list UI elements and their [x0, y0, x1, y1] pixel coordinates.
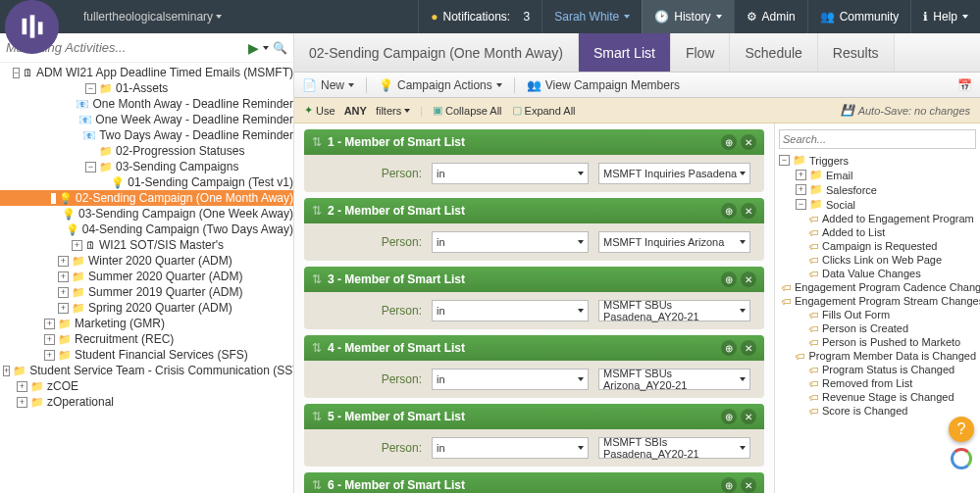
filter-header[interactable]: ⇅2 - Member of Smart List⊕✕ — [304, 198, 764, 223]
tree-toggle[interactable]: − — [796, 199, 806, 210]
history-menu[interactable]: 🕑 History — [642, 0, 733, 33]
tree-toggle[interactable]: + — [17, 381, 27, 392]
view-members-button[interactable]: 👥 View Campaign Members — [527, 78, 680, 92]
trigger-item[interactable]: 🏷Program Status is Changed — [779, 363, 976, 376]
triggers-root[interactable]: −📁Triggers — [779, 153, 976, 168]
tree-item[interactable]: +📁Summer 2020 Quarter (ADM) — [0, 269, 293, 284]
value-select[interactable]: MSMFT SBIs Pasadena_AY20-21 — [598, 437, 750, 459]
remove-filter-icon[interactable]: ✕ — [741, 477, 756, 493]
tree-item[interactable]: −📁03-Sending Campaigns — [0, 159, 293, 174]
drag-icon[interactable]: ⇅ — [312, 341, 322, 355]
help-menu[interactable]: ℹ Help — [910, 0, 980, 33]
trigger-item[interactable]: 🏷Person is Pushed to Marketo — [779, 335, 976, 349]
trigger-item[interactable]: 🏷Campaign is Requested — [779, 239, 976, 253]
drag-icon[interactable]: ⇅ — [312, 135, 322, 149]
trigger-item[interactable]: 🏷Program Member Data is Changed — [779, 349, 976, 363]
tree-toggle[interactable]: + — [17, 397, 27, 408]
tree-toggle[interactable]: + — [44, 319, 55, 329]
search-icon[interactable]: 🔍 — [273, 41, 287, 55]
tree-item[interactable]: +📁zCOE — [0, 378, 293, 394]
help-badge[interactable]: ? — [949, 417, 974, 442]
calendar-icon[interactable]: 📅 — [957, 78, 972, 92]
trigger-group[interactable]: −📁Social — [779, 197, 976, 212]
tree-item[interactable]: +📁Student Service Team - Crisis Communic… — [0, 363, 293, 378]
remove-filter-icon[interactable]: ✕ — [741, 271, 756, 287]
expand-all[interactable]: ▢ Expand All — [512, 104, 576, 117]
tree-item[interactable]: 💡04-Sending Campaign (Two Days Away) — [0, 222, 293, 237]
trigger-item[interactable]: 🏷Engagement Program Stream Changes — [779, 294, 976, 308]
tree-item[interactable]: 📧One Month Away - Deadline Reminder — [0, 96, 293, 112]
operator-select[interactable]: in — [432, 300, 589, 321]
tree-item[interactable]: 📧Two Days Away - Deadline Reminder — [0, 127, 293, 143]
tree-toggle[interactable]: + — [72, 240, 82, 251]
tree-item[interactable]: 📁02-Progression Statuses — [0, 143, 293, 159]
tree-item[interactable]: +📁zOperational — [0, 394, 293, 410]
trigger-group[interactable]: +📁Email — [779, 168, 976, 182]
filter-header[interactable]: ⇅6 - Member of Smart List⊕✕ — [304, 472, 764, 493]
tree-item[interactable]: +📁Summer 2019 Quarter (ADM) — [0, 284, 293, 300]
tree-toggle[interactable]: + — [796, 170, 806, 180]
filter-header[interactable]: ⇅3 - Member of Smart List⊕✕ — [304, 267, 764, 292]
tree-toggle[interactable]: + — [3, 366, 10, 376]
tree-item[interactable]: −🗓ADM WI21 App Deadline Timed Emails (MS… — [0, 65, 293, 80]
trigger-item[interactable]: 🏷Removed from List — [779, 376, 976, 390]
tree-item[interactable]: 📧One Week Away - Deadline Reminder — [0, 112, 293, 127]
drag-icon[interactable]: ⇅ — [312, 272, 322, 286]
remove-filter-icon[interactable]: ✕ — [741, 409, 756, 424]
filter-header[interactable]: ⇅5 - Member of Smart List⊕✕ — [304, 404, 764, 429]
add-constraint-icon[interactable]: ⊕ — [721, 409, 737, 424]
operator-select[interactable]: in — [432, 163, 589, 184]
add-constraint-icon[interactable]: ⊕ — [721, 271, 737, 287]
org-selector[interactable]: fullertheologicalseminary — [83, 10, 222, 24]
trigger-item[interactable]: 🏷Added to Engagement Program — [779, 212, 976, 225]
tree-item[interactable]: 💡02-Sending Campaign (One Month Away) — [0, 190, 293, 206]
tree-item[interactable]: 💡03-Sending Campaign (One Week Away) — [0, 206, 293, 222]
operator-select[interactable]: in — [432, 231, 589, 253]
operator-select[interactable]: in — [432, 437, 589, 459]
tree-toggle[interactable]: + — [58, 256, 69, 267]
trigger-item[interactable]: 🏷Score is Changed — [779, 404, 976, 418]
triggers-search-input[interactable] — [779, 129, 976, 149]
tree-toggle[interactable]: − — [13, 68, 20, 78]
tree-toggle[interactable]: + — [58, 271, 69, 282]
new-button[interactable]: 📄 New — [302, 78, 354, 92]
tree-item[interactable]: +📁Winter 2020 Quarter (ADM) — [0, 253, 293, 269]
notifications[interactable]: ● Notifications: 3 — [418, 0, 542, 33]
campaign-actions-button[interactable]: 💡 Campaign Actions — [379, 78, 502, 92]
tab-smart-list[interactable]: Smart List — [579, 33, 671, 72]
trigger-item[interactable]: 🏷Added to List — [779, 225, 976, 239]
community-link[interactable]: 👥 Community — [807, 0, 911, 33]
filter-logic[interactable]: ✦ Use ANY filters — [304, 104, 410, 117]
trigger-item[interactable]: 🏷Person is Created — [779, 321, 976, 335]
tree-item[interactable]: +🗓WI21 SOT/SIS Master's — [0, 237, 293, 253]
collapse-all[interactable]: ▣ Collapse All — [433, 104, 501, 117]
search-options[interactable] — [263, 46, 269, 50]
tree-item[interactable]: +📁Marketing (GMR) — [0, 316, 293, 331]
tree-toggle[interactable]: − — [779, 155, 790, 166]
trigger-item[interactable]: 🏷Clicks Link on Web Page — [779, 253, 976, 267]
tab-schedule[interactable]: Schedule — [730, 33, 817, 72]
drag-icon[interactable]: ⇅ — [312, 478, 322, 492]
tab-campaign-name[interactable]: 02-Sending Campaign (One Month Away) — [294, 33, 579, 72]
tree-toggle[interactable]: − — [85, 162, 96, 173]
tree-item[interactable]: +📁Student Financial Services (SFS) — [0, 347, 293, 363]
filter-header[interactable]: ⇅1 - Member of Smart List⊕✕ — [304, 129, 764, 155]
tree-toggle[interactable]: + — [58, 303, 69, 314]
add-constraint-icon[interactable]: ⊕ — [721, 477, 737, 493]
value-select[interactable]: MSMFT SBUs Pasadena_AY20-21 — [598, 300, 750, 321]
tab-results[interactable]: Results — [818, 33, 895, 72]
admin-link[interactable]: ⚙ Admin — [734, 0, 807, 33]
tree-toggle[interactable]: − — [85, 83, 96, 94]
trigger-item[interactable]: 🏷Data Value Changes — [779, 267, 976, 280]
operator-select[interactable]: in — [432, 369, 589, 390]
value-select[interactable]: MSMFT Inquiries Pasadena — [598, 163, 750, 184]
tree-toggle[interactable]: + — [796, 184, 806, 195]
trigger-group[interactable]: +📁Salesforce — [779, 182, 976, 197]
drag-icon[interactable]: ⇅ — [312, 204, 322, 218]
tree-item[interactable]: 💡01-Sending Campaign (Test v1) — [0, 174, 293, 190]
value-select[interactable]: MSMFT Inquiries Arizona — [598, 231, 750, 253]
tree-toggle[interactable]: + — [58, 287, 69, 298]
flag-icon[interactable]: ▶ — [248, 40, 259, 56]
remove-filter-icon[interactable]: ✕ — [741, 340, 756, 356]
value-select[interactable]: MSMFT SBUs Arizona_AY20-21 — [598, 369, 750, 390]
